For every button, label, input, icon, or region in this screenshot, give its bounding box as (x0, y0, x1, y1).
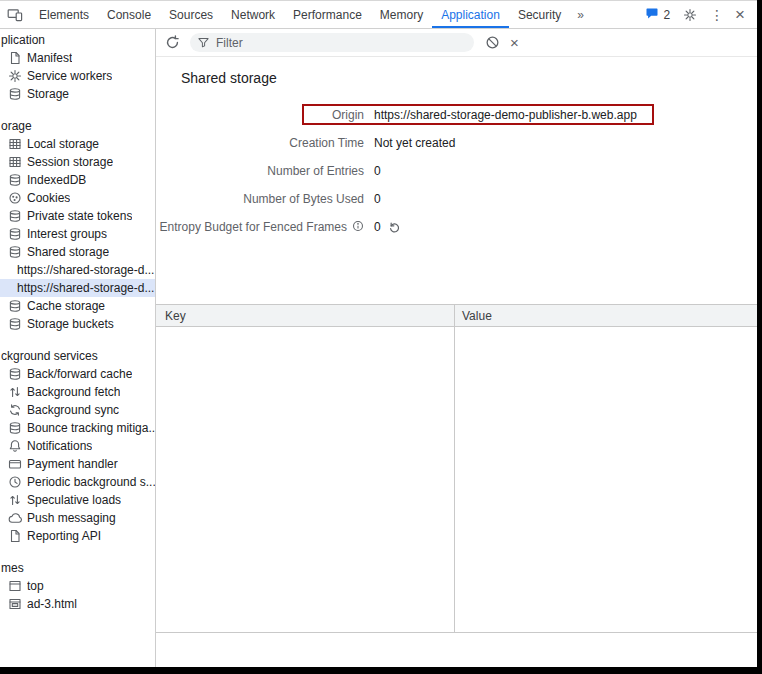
sidebar-item-speculative-loads[interactable]: Speculative loads (0, 491, 155, 509)
sidebar-item-bounce-tracking-mitiga[interactable]: Bounce tracking mitiga... (0, 419, 155, 437)
sidebar-item-label: Speculative loads (27, 493, 121, 507)
sidebar-item-local-storage[interactable]: Local storage (0, 135, 155, 153)
sidebar-item-https-shared-storage-d[interactable]: https://shared-storage-d... (0, 261, 155, 279)
sidebar-item-service-workers[interactable]: Service workers (0, 67, 155, 85)
metadata-report: Originhttps://shared-storage-demo-publis… (156, 95, 757, 241)
sidebar-item-label: Payment handler (27, 457, 118, 471)
reset-budget-icon[interactable] (388, 221, 401, 234)
application-sidebar: plicationManifestService workersStorageo… (0, 29, 156, 667)
sidebar-item-label: https://shared-storage-d... (17, 263, 154, 277)
refresh-icon[interactable] (163, 34, 181, 52)
card-icon (8, 457, 22, 471)
settings-gear-icon[interactable] (681, 6, 699, 24)
sidebar-item-session-storage[interactable]: Session storage (0, 153, 155, 171)
filter-input[interactable] (214, 35, 466, 51)
db-icon (8, 209, 22, 223)
column-header-value[interactable]: Value (455, 305, 757, 326)
sidebar-item-payment-handler[interactable]: Payment handler (0, 455, 155, 473)
tabbar-right-controls: 2 ⋮ × (645, 6, 757, 24)
meta-label: Origin (166, 108, 364, 122)
tab-memory[interactable]: Memory (371, 1, 432, 28)
tab-console[interactable]: Console (98, 1, 160, 28)
doc-icon (8, 529, 22, 543)
doc-icon (8, 51, 22, 65)
sidebar-item-label: Notifications (27, 439, 92, 453)
sidebar-item-interest-groups[interactable]: Interest groups (0, 225, 155, 243)
db-icon (8, 299, 22, 313)
sidebar-item-ad-3-html[interactable]: ad-3.html (0, 595, 155, 613)
info-icon (352, 220, 364, 235)
meta-value: Not yet created (374, 136, 455, 150)
issues-bubble-icon (645, 7, 659, 23)
sidebar-item-label: Service workers (27, 69, 112, 83)
tab-application[interactable]: Application (432, 1, 509, 28)
sidebar-item-push-messaging[interactable]: Push messaging (0, 509, 155, 527)
sidebar-item-reporting-api[interactable]: Reporting API (0, 527, 155, 545)
sidebar-section-ckground-services: ckground services (0, 348, 155, 365)
close-view-icon[interactable]: × (510, 34, 519, 51)
sidebar-item-label: Manifest (27, 51, 72, 65)
devtools-window: ElementsConsoleSourcesNetworkPerformance… (0, 0, 757, 667)
key-value-table: Key Value (156, 304, 757, 633)
sidebar-item-cookies[interactable]: Cookies (0, 189, 155, 207)
kebab-menu-icon[interactable]: ⋮ (710, 8, 724, 22)
sidebar-item-notifications[interactable]: Notifications (0, 437, 155, 455)
sidebar-item-label: IndexedDB (27, 173, 86, 187)
sidebar-item-label: top (27, 579, 44, 593)
sidebar-item-label: Periodic background s... (27, 475, 155, 489)
issues-counter[interactable]: 2 (645, 7, 670, 23)
bell-icon (8, 439, 22, 453)
sidebar-item-back-forward-cache[interactable]: Back/forward cache (0, 365, 155, 383)
filter-box (190, 33, 474, 52)
sidebar-item-label: Background sync (27, 403, 119, 417)
sidebar-item-https-shared-storage-d[interactable]: https://shared-storage-d... (0, 279, 155, 297)
meta-label: Number of Entries (166, 164, 364, 178)
tab-sources[interactable]: Sources (160, 1, 222, 28)
sidebar-section-mes: mes (0, 560, 155, 577)
sidebar-item-periodic-background-s[interactable]: Periodic background s... (0, 473, 155, 491)
sidebar-item-indexeddb[interactable]: IndexedDB (0, 171, 155, 189)
table-body-key-column (156, 327, 455, 632)
db-icon (8, 173, 22, 187)
tab-strip: ElementsConsoleSourcesNetworkPerformance… (30, 1, 570, 28)
issues-count: 2 (663, 8, 670, 22)
sidebar-item-private-state-tokens[interactable]: Private state tokens (0, 207, 155, 225)
toggle-device-toolbar-icon[interactable] (0, 1, 30, 28)
close-devtools-icon[interactable]: × (735, 6, 745, 23)
sidebar-item-manifest[interactable]: Manifest (0, 49, 155, 67)
devtools-tabbar: ElementsConsoleSourcesNetworkPerformance… (0, 1, 757, 29)
meta-value: 0 (374, 164, 381, 178)
meta-value: https://shared-storage-demo-publisher-b.… (374, 108, 637, 122)
sidebar-item-cache-storage[interactable]: Cache storage (0, 297, 155, 315)
sidebar-item-storage-buckets[interactable]: Storage buckets (0, 315, 155, 333)
sidebar-item-label: Local storage (27, 137, 99, 151)
column-header-key[interactable]: Key (156, 305, 455, 326)
sidebar-item-shared-storage[interactable]: Shared storage (0, 243, 155, 261)
sidebar-item-background-sync[interactable]: Background sync (0, 401, 155, 419)
tab-security[interactable]: Security (509, 1, 570, 28)
gear-icon (8, 69, 22, 83)
meta-row-entropy-budget-for-fenced-frames: Entropy Budget for Fenced Frames0 (166, 213, 757, 241)
meta-label: Entropy Budget for Fenced Frames (166, 220, 364, 235)
tab-performance[interactable]: Performance (284, 1, 371, 28)
grid-icon (8, 155, 22, 169)
meta-row-number-of-entries: Number of Entries0 (166, 157, 757, 185)
sidebar-item-storage[interactable]: Storage (0, 85, 155, 103)
sidebar-item-background-fetch[interactable]: Background fetch (0, 383, 155, 401)
sidebar-item-label: Storage buckets (27, 317, 114, 331)
meta-row-origin: Originhttps://shared-storage-demo-publis… (166, 101, 757, 129)
sidebar-section-plication: plication (0, 32, 155, 49)
sidebar-item-label: Bounce tracking mitiga... (27, 421, 155, 435)
more-tabs-button[interactable]: » (570, 8, 591, 22)
block-clear-icon[interactable] (483, 34, 501, 52)
tab-network[interactable]: Network (222, 1, 284, 28)
sidebar-item-label: Push messaging (27, 511, 116, 525)
sidebar-item-label: Shared storage (27, 245, 109, 259)
tab-elements[interactable]: Elements (30, 1, 98, 28)
clock-icon (8, 475, 22, 489)
sidebar-item-top[interactable]: top (0, 577, 155, 595)
funnel-icon (198, 34, 209, 52)
shared-storage-panel: × Shared storage Originhttps://shared-st… (156, 29, 757, 667)
sidebar-item-label: Cache storage (27, 299, 105, 313)
meta-label: Number of Bytes Used (166, 192, 364, 206)
